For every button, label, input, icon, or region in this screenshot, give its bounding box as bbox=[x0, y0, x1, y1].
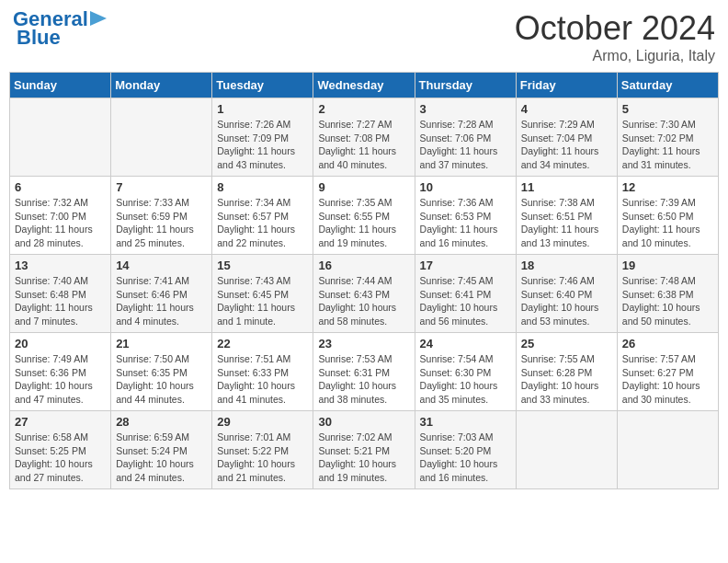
day-number: 9 bbox=[318, 180, 409, 194]
calendar-cell: 3Sunrise: 7:28 AM Sunset: 7:06 PM Daylig… bbox=[415, 98, 516, 177]
day-number: 28 bbox=[116, 415, 207, 429]
calendar-cell: 23Sunrise: 7:53 AM Sunset: 6:31 PM Dayli… bbox=[313, 333, 415, 411]
calendar-cell: 10Sunrise: 7:36 AM Sunset: 6:53 PM Dayli… bbox=[415, 177, 516, 255]
calendar-cell: 29Sunrise: 7:01 AM Sunset: 5:22 PM Dayli… bbox=[212, 411, 313, 489]
day-number: 21 bbox=[116, 337, 207, 350]
day-header-tuesday: Tuesday bbox=[212, 73, 313, 98]
svg-marker-0 bbox=[90, 11, 107, 26]
day-header-saturday: Saturday bbox=[617, 73, 718, 98]
calendar-body: 1Sunrise: 7:26 AM Sunset: 7:09 PM Daylig… bbox=[10, 98, 719, 489]
cell-info: Sunrise: 7:28 AM Sunset: 7:06 PM Dayligh… bbox=[420, 118, 511, 172]
cell-info: Sunrise: 6:59 AM Sunset: 5:24 PM Dayligh… bbox=[116, 431, 207, 485]
cell-info: Sunrise: 7:39 AM Sunset: 6:50 PM Dayligh… bbox=[622, 196, 713, 250]
cell-info: Sunrise: 7:33 AM Sunset: 6:59 PM Dayligh… bbox=[116, 196, 207, 250]
day-number: 6 bbox=[15, 180, 106, 194]
calendar-cell: 14Sunrise: 7:41 AM Sunset: 6:46 PM Dayli… bbox=[111, 255, 212, 333]
calendar-cell: 30Sunrise: 7:02 AM Sunset: 5:21 PM Dayli… bbox=[313, 411, 415, 489]
day-number: 14 bbox=[116, 259, 207, 272]
cell-info: Sunrise: 7:41 AM Sunset: 6:46 PM Dayligh… bbox=[116, 274, 207, 328]
calendar-cell: 6Sunrise: 7:32 AM Sunset: 7:00 PM Daylig… bbox=[10, 177, 111, 255]
location-title: Armo, Liguria, Italy bbox=[515, 48, 715, 64]
calendar-cell: 11Sunrise: 7:38 AM Sunset: 6:51 PM Dayli… bbox=[516, 177, 617, 255]
cell-info: Sunrise: 7:29 AM Sunset: 7:04 PM Dayligh… bbox=[521, 118, 612, 172]
calendar-cell: 18Sunrise: 7:46 AM Sunset: 6:40 PM Dayli… bbox=[516, 255, 617, 333]
calendar-cell: 4Sunrise: 7:29 AM Sunset: 7:04 PM Daylig… bbox=[516, 98, 617, 177]
cell-info: Sunrise: 7:40 AM Sunset: 6:48 PM Dayligh… bbox=[15, 274, 106, 328]
cell-info: Sunrise: 7:46 AM Sunset: 6:40 PM Dayligh… bbox=[521, 274, 612, 328]
calendar-cell bbox=[617, 411, 718, 489]
calendar-cell bbox=[516, 411, 617, 489]
calendar-week-row: 20Sunrise: 7:49 AM Sunset: 6:36 PM Dayli… bbox=[10, 333, 719, 411]
cell-info: Sunrise: 7:50 AM Sunset: 6:35 PM Dayligh… bbox=[116, 352, 207, 407]
cell-info: Sunrise: 7:48 AM Sunset: 6:38 PM Dayligh… bbox=[622, 274, 713, 328]
cell-info: Sunrise: 7:38 AM Sunset: 6:51 PM Dayligh… bbox=[521, 196, 612, 250]
calendar-cell: 13Sunrise: 7:40 AM Sunset: 6:48 PM Dayli… bbox=[10, 255, 111, 333]
cell-info: Sunrise: 7:35 AM Sunset: 6:55 PM Dayligh… bbox=[318, 196, 409, 250]
month-title: October 2024 bbox=[515, 9, 715, 48]
cell-info: Sunrise: 7:51 AM Sunset: 6:33 PM Dayligh… bbox=[217, 352, 308, 407]
calendar-cell: 16Sunrise: 7:44 AM Sunset: 6:43 PM Dayli… bbox=[313, 255, 415, 333]
cell-info: Sunrise: 7:26 AM Sunset: 7:09 PM Dayligh… bbox=[217, 118, 308, 172]
day-number: 17 bbox=[420, 259, 511, 272]
day-header-monday: Monday bbox=[111, 73, 212, 98]
day-number: 22 bbox=[217, 337, 308, 350]
day-number: 1 bbox=[217, 102, 308, 116]
cell-info: Sunrise: 7:54 AM Sunset: 6:30 PM Dayligh… bbox=[420, 352, 511, 407]
day-number: 24 bbox=[420, 337, 511, 350]
calendar-header-row: SundayMondayTuesdayWednesdayThursdayFrid… bbox=[10, 73, 719, 98]
calendar-cell: 26Sunrise: 7:57 AM Sunset: 6:27 PM Dayli… bbox=[617, 333, 718, 411]
logo: General Blue bbox=[13, 9, 108, 48]
day-header-friday: Friday bbox=[516, 73, 617, 98]
cell-info: Sunrise: 7:43 AM Sunset: 6:45 PM Dayligh… bbox=[217, 274, 308, 328]
logo-arrow-icon bbox=[90, 9, 108, 28]
title-block: October 2024 Armo, Liguria, Italy bbox=[515, 9, 715, 64]
cell-info: Sunrise: 7:32 AM Sunset: 7:00 PM Dayligh… bbox=[15, 196, 106, 250]
day-number: 16 bbox=[318, 259, 409, 272]
cell-info: Sunrise: 7:49 AM Sunset: 6:36 PM Dayligh… bbox=[15, 352, 106, 407]
calendar-week-row: 27Sunrise: 6:58 AM Sunset: 5:25 PM Dayli… bbox=[10, 411, 719, 489]
cell-info: Sunrise: 7:02 AM Sunset: 5:21 PM Dayligh… bbox=[318, 431, 409, 485]
calendar-cell: 7Sunrise: 7:33 AM Sunset: 6:59 PM Daylig… bbox=[111, 177, 212, 255]
day-number: 2 bbox=[318, 102, 409, 116]
cell-info: Sunrise: 7:36 AM Sunset: 6:53 PM Dayligh… bbox=[420, 196, 511, 250]
day-number: 27 bbox=[15, 415, 106, 429]
cell-info: Sunrise: 7:01 AM Sunset: 5:22 PM Dayligh… bbox=[217, 431, 308, 485]
calendar-cell: 22Sunrise: 7:51 AM Sunset: 6:33 PM Dayli… bbox=[212, 333, 313, 411]
calendar-cell: 19Sunrise: 7:48 AM Sunset: 6:38 PM Dayli… bbox=[617, 255, 718, 333]
calendar-cell: 1Sunrise: 7:26 AM Sunset: 7:09 PM Daylig… bbox=[212, 98, 313, 177]
calendar-cell: 27Sunrise: 6:58 AM Sunset: 5:25 PM Dayli… bbox=[10, 411, 111, 489]
day-number: 8 bbox=[217, 180, 308, 194]
calendar-table: SundayMondayTuesdayWednesdayThursdayFrid… bbox=[9, 72, 719, 489]
day-number: 11 bbox=[521, 180, 612, 194]
cell-info: Sunrise: 7:27 AM Sunset: 7:08 PM Dayligh… bbox=[318, 118, 409, 172]
day-number: 23 bbox=[318, 337, 409, 350]
calendar-cell: 25Sunrise: 7:55 AM Sunset: 6:28 PM Dayli… bbox=[516, 333, 617, 411]
calendar-cell: 2Sunrise: 7:27 AM Sunset: 7:08 PM Daylig… bbox=[313, 98, 415, 177]
day-number: 3 bbox=[420, 102, 511, 116]
day-number: 18 bbox=[521, 259, 612, 272]
calendar-cell: 31Sunrise: 7:03 AM Sunset: 5:20 PM Dayli… bbox=[415, 411, 516, 489]
cell-info: Sunrise: 7:45 AM Sunset: 6:41 PM Dayligh… bbox=[420, 274, 511, 328]
calendar-week-row: 1Sunrise: 7:26 AM Sunset: 7:09 PM Daylig… bbox=[10, 98, 719, 177]
cell-info: Sunrise: 7:34 AM Sunset: 6:57 PM Dayligh… bbox=[217, 196, 308, 250]
calendar-cell: 20Sunrise: 7:49 AM Sunset: 6:36 PM Dayli… bbox=[10, 333, 111, 411]
cell-info: Sunrise: 7:30 AM Sunset: 7:02 PM Dayligh… bbox=[622, 118, 713, 172]
cell-info: Sunrise: 7:03 AM Sunset: 5:20 PM Dayligh… bbox=[420, 431, 511, 485]
cell-info: Sunrise: 7:44 AM Sunset: 6:43 PM Dayligh… bbox=[318, 274, 409, 328]
calendar-cell bbox=[10, 98, 111, 177]
day-number: 19 bbox=[622, 259, 713, 272]
calendar-cell: 24Sunrise: 7:54 AM Sunset: 6:30 PM Dayli… bbox=[415, 333, 516, 411]
page-header: General Blue October 2024 Armo, Liguria,… bbox=[9, 9, 719, 64]
calendar-week-row: 13Sunrise: 7:40 AM Sunset: 6:48 PM Dayli… bbox=[10, 255, 719, 333]
calendar-week-row: 6Sunrise: 7:32 AM Sunset: 7:00 PM Daylig… bbox=[10, 177, 719, 255]
day-header-sunday: Sunday bbox=[10, 73, 111, 98]
day-number: 7 bbox=[116, 180, 207, 194]
calendar-cell: 12Sunrise: 7:39 AM Sunset: 6:50 PM Dayli… bbox=[617, 177, 718, 255]
calendar-cell: 28Sunrise: 6:59 AM Sunset: 5:24 PM Dayli… bbox=[111, 411, 212, 489]
day-number: 15 bbox=[217, 259, 308, 272]
day-number: 12 bbox=[622, 180, 713, 194]
day-number: 5 bbox=[622, 102, 713, 116]
day-number: 20 bbox=[15, 337, 106, 350]
day-number: 25 bbox=[521, 337, 612, 350]
calendar-cell: 9Sunrise: 7:35 AM Sunset: 6:55 PM Daylig… bbox=[313, 177, 415, 255]
